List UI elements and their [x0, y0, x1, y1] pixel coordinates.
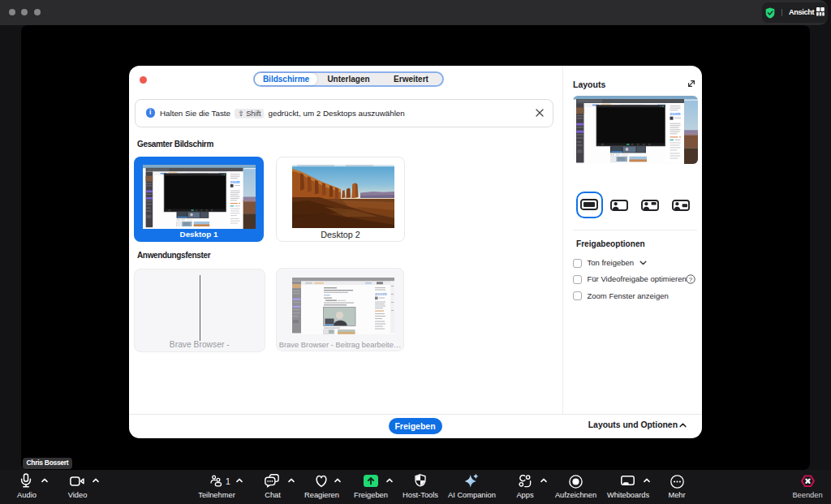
- svg-text:?: ?: [689, 276, 693, 283]
